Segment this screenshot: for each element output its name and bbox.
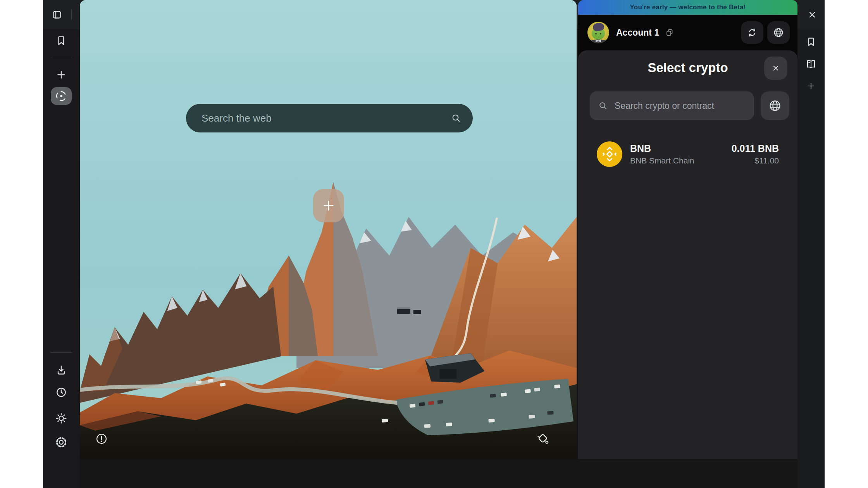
bookmarks-button[interactable] [53,32,70,49]
globe-icon [768,99,782,113]
left-sidebar [43,29,80,488]
token-main: BNB BNB Smart Chain [630,143,694,165]
copy-icon [665,27,675,38]
network-globe-button[interactable] [767,21,790,44]
globe-icon [773,27,784,38]
swap-icon [746,27,758,38]
avatar-eye [600,33,601,34]
beta-banner: You're early — welcome to the Beta! [578,0,797,15]
network-filter-button[interactable] [761,91,789,120]
close-modal-button[interactable] [764,57,787,80]
browser-window: You're early — welcome to the Beta! Acco… [43,0,825,488]
web-search-bar[interactable] [186,104,473,132]
reading-list-button[interactable] [803,55,820,72]
history-icon [55,386,67,399]
bookmark-icon [55,34,67,47]
token-amount: 0.011 BNB [732,143,779,154]
reading-list-icon [805,58,817,70]
sidebar-toggle-button[interactable] [49,7,65,22]
sidebar-divider-bottom [50,352,72,353]
mountain-wallpaper [80,0,577,459]
wallpaper-info-button[interactable] [93,430,110,447]
close-window-button[interactable] [804,7,820,22]
bookmark-icon [805,36,817,48]
active-space-button[interactable] [51,87,72,105]
crypto-search-bar[interactable] [590,91,754,120]
account-actions [741,21,790,44]
downloads-icon [55,364,67,376]
swap-button[interactable] [741,21,763,44]
add-widget-button[interactable] [313,189,344,222]
account-name[interactable]: Account 1 [616,27,659,38]
theme-button[interactable] [53,410,70,427]
crypto-search-input[interactable] [614,100,747,112]
search-icon [598,100,608,111]
settings-button[interactable] [53,434,70,451]
customize-wallpaper-button[interactable] [535,431,552,448]
token-balance: 0.011 BNB $11.00 [732,143,779,165]
toolbar-divider [71,10,72,20]
web-search-input[interactable] [201,112,450,125]
settings-icon [55,436,67,448]
magnifier-icon [450,112,462,124]
close-icon [806,9,818,21]
plus-icon [321,198,336,213]
avatar-shoulders [589,40,607,43]
wallet-panel: You're early — welcome to the Beta! Acco… [578,0,797,459]
close-modal-icon [770,63,781,74]
account-row[interactable]: Account 1 [578,15,797,50]
beta-banner-text: You're early — welcome to the Beta! [630,3,746,11]
bnb-logo [597,141,622,167]
select-crypto-modal: Select crypto [578,50,797,459]
token-fiat-value: $11.00 [754,156,779,165]
token-network: BNB Smart Chain [630,156,694,165]
add-panel-button[interactable] [803,77,820,95]
info-icon [95,432,108,445]
screenshot-canvas: You're early — welcome to the Beta! Acco… [0,0,868,488]
sidebar-toggle-icon [51,9,63,21]
sidebar-divider [50,58,72,58]
new-tab-page [80,0,577,459]
right-sidebar [797,29,825,488]
account-avatar[interactable] [587,22,609,43]
customize-icon [536,432,551,447]
token-row-bnb[interactable]: BNB BNB Smart Chain 0.011 BNB $11.00 [578,136,797,172]
bookmarks-panel-button[interactable] [803,33,820,50]
history-button[interactable] [53,384,70,401]
avatar-eye [595,33,597,34]
plus-icon [806,81,816,91]
copy-address-button[interactable] [664,27,675,38]
plus-icon [55,69,67,81]
token-symbol: BNB [630,143,694,154]
new-space-button[interactable] [53,66,70,83]
downloads-button[interactable] [53,361,70,378]
app-swirl-logo [55,90,67,102]
theme-icon [55,412,67,424]
